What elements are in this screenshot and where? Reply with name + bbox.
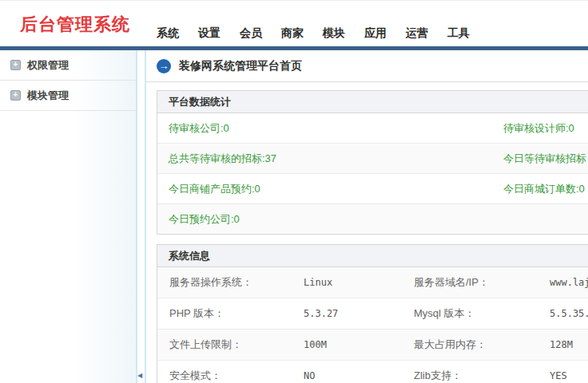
stat-row: 总共等待审核的招标:37 今日等待审核招标 xyxy=(157,144,588,174)
sysinfo-label: Zlib支持： xyxy=(414,369,550,383)
nav-item-settings[interactable]: 设置 xyxy=(198,26,220,41)
sysinfo-label: 文件上传限制： xyxy=(157,338,304,352)
sysinfo-value: NO xyxy=(304,370,414,381)
sysinfo-value: 100M xyxy=(304,339,414,350)
nav-item-modules[interactable]: 模块 xyxy=(323,26,345,41)
system-info-panel: 系统信息 服务器操作系统： Linux 服务器域名/IP： www.laj PH… xyxy=(157,244,588,383)
sidebar-item-modules[interactable]: + 模块管理 xyxy=(0,81,136,111)
sysinfo-row: 安全模式： NO Zlib支持： YES xyxy=(157,361,588,383)
page-title-row: → 装修网系统管理平台首页 xyxy=(146,50,588,82)
system-panel-title: 系统信息 xyxy=(157,245,588,267)
body-row: + 权限管理 + 模块管理 ◀ → 装修网系统管理平台首页 平台数据统计 待审核… xyxy=(0,50,588,383)
expand-plus-icon[interactable]: + xyxy=(10,60,21,70)
sysinfo-label: 最大占用内存： xyxy=(414,338,550,352)
nav-item-system[interactable]: 系统 xyxy=(157,26,179,41)
sysinfo-label: Mysql 版本： xyxy=(414,306,550,321)
sysinfo-value: 128M xyxy=(550,339,588,350)
nav-item-operations[interactable]: 运营 xyxy=(406,26,428,41)
stat-value: 今日商城订单数:0 xyxy=(503,182,585,196)
sidebar-splitter[interactable]: ◀ xyxy=(136,50,146,383)
app-logo: 后台管理系统 xyxy=(20,13,130,37)
stat-value: 今日商铺产品预约:0 xyxy=(157,182,503,196)
sidebar-item-label: 权限管理 xyxy=(27,58,69,73)
stat-value: 总共等待审核的招标:37 xyxy=(157,152,503,166)
stat-row: 今日预约公司:0 xyxy=(157,204,588,234)
sysinfo-value: YES xyxy=(550,370,588,381)
stat-value: 待审核设计师:0 xyxy=(503,121,574,136)
sysinfo-label: 服务器域名/IP： xyxy=(414,275,550,290)
nav-item-apps[interactable]: 应用 xyxy=(364,26,387,41)
arrow-right-icon: → xyxy=(157,59,171,73)
main-nav: 系统 设置 会员 商家 模块 应用 运营 工具 xyxy=(157,26,470,41)
sysinfo-value: www.laj xyxy=(550,277,588,288)
nav-item-members[interactable]: 会员 xyxy=(240,26,262,41)
sysinfo-value: 5.3.27 xyxy=(304,308,414,319)
nav-item-merchants[interactable]: 商家 xyxy=(281,26,304,41)
sysinfo-label: 安全模式： xyxy=(157,369,304,383)
expand-plus-icon[interactable]: + xyxy=(10,90,21,101)
sysinfo-row: PHP 版本： 5.3.27 Mysql 版本： 5.5.35. xyxy=(157,298,588,330)
page-title: 装修网系统管理平台首页 xyxy=(179,59,302,73)
sysinfo-row: 服务器操作系统： Linux 服务器域名/IP： www.laj xyxy=(157,267,588,298)
sysinfo-value: Linux xyxy=(304,277,414,288)
stat-value: 今日等待审核招标 xyxy=(503,152,586,166)
sysinfo-label: 服务器操作系统： xyxy=(157,275,304,290)
stat-value: 待审核公司:0 xyxy=(157,121,503,136)
main-content: → 装修网系统管理平台首页 平台数据统计 待审核公司:0 待审核设计师:0 总共… xyxy=(146,50,588,383)
stat-row: 待审核公司:0 待审核设计师:0 xyxy=(157,113,588,144)
sidebar-item-permissions[interactable]: + 权限管理 xyxy=(0,50,136,81)
sysinfo-row: 文件上传限制： 100M 最大占用内存： 128M xyxy=(157,330,588,361)
stats-panel: 平台数据统计 待审核公司:0 待审核设计师:0 总共等待审核的招标:37 今日等… xyxy=(157,90,588,235)
sidebar: + 权限管理 + 模块管理 xyxy=(0,50,136,383)
stat-value: 今日预约公司:0 xyxy=(157,212,503,227)
top-header: 后台管理系统 系统 设置 会员 商家 模块 应用 运营 工具 xyxy=(0,0,588,46)
sysinfo-label: PHP 版本： xyxy=(157,306,304,321)
sysinfo-value: 5.5.35. xyxy=(550,308,588,319)
stats-panel-title: 平台数据统计 xyxy=(157,91,588,113)
nav-item-tools[interactable]: 工具 xyxy=(447,26,470,41)
stat-row: 今日商铺产品预约:0 今日商城订单数:0 xyxy=(157,174,588,204)
collapse-arrow-icon[interactable]: ◀ xyxy=(137,373,142,379)
sidebar-item-label: 模块管理 xyxy=(27,89,69,103)
admin-window: 后台管理系统 系统 设置 会员 商家 模块 应用 运营 工具 + 权限管理 + … xyxy=(0,0,588,383)
